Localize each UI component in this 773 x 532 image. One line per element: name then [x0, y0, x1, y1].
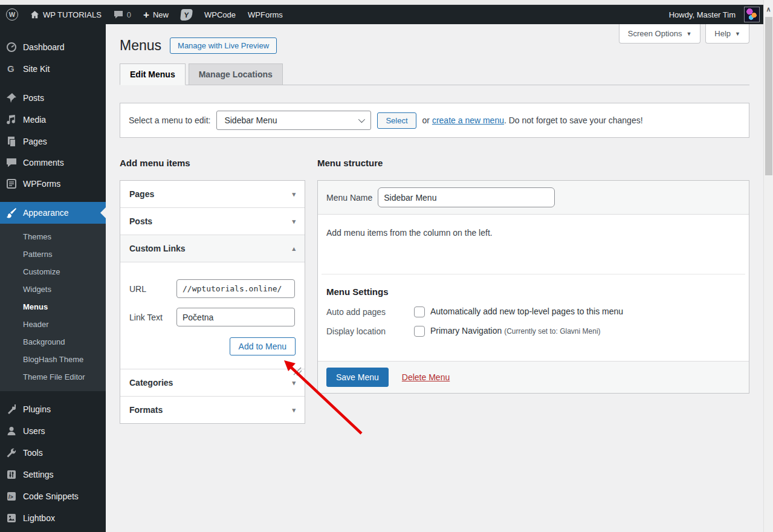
- save-menu-button[interactable]: Save Menu: [326, 368, 389, 387]
- image-icon: [6, 513, 17, 524]
- menu-select-dropdown[interactable]: Sidebar Menu: [216, 111, 371, 130]
- or-create-text: or create a new menu. Do not forget to s…: [422, 115, 643, 125]
- pages-icon: [6, 136, 17, 147]
- submenu-item-header[interactable]: Header: [0, 316, 106, 333]
- submenu-item-widgets[interactable]: Widgets: [0, 281, 106, 298]
- sidebar-item-users[interactable]: Users: [0, 420, 106, 442]
- sidebar-item-posts[interactable]: Posts: [0, 87, 106, 109]
- plus-icon: +: [143, 10, 149, 20]
- menu-actions-footer: Save Menu Delete Menu: [318, 361, 749, 393]
- sidebar-label: Plugins: [23, 404, 51, 414]
- comments-menu[interactable]: 0: [108, 5, 137, 24]
- tab-edit-menus[interactable]: Edit Menus: [120, 63, 186, 85]
- my-account-menu[interactable]: Howdy, Master Tim: [663, 5, 763, 24]
- caret-down-icon: ▾: [292, 379, 296, 387]
- admin-sidebar: Dashboard G Site Kit Posts Media Pages C…: [0, 24, 106, 532]
- submenu-item-background[interactable]: Background: [0, 333, 106, 351]
- add-menu-items-heading: Add menu items: [120, 154, 305, 173]
- pages-panel-toggle[interactable]: Pages ▾: [120, 181, 305, 207]
- screen-options-button[interactable]: Screen Options ▼: [619, 24, 701, 44]
- submenu-label: Patterns: [23, 250, 52, 259]
- sidebar-item-lightbox[interactable]: Lightbox: [0, 507, 106, 529]
- categories-panel-toggle[interactable]: Categories ▾: [120, 369, 305, 396]
- sidebar-item-media[interactable]: Media: [0, 109, 106, 131]
- posts-panel-toggle[interactable]: Posts ▾: [120, 208, 305, 235]
- help-button[interactable]: Help ▼: [705, 24, 749, 44]
- submenu-item-customize[interactable]: Customize: [0, 263, 106, 281]
- tab-manage-locations[interactable]: Manage Locations: [189, 63, 283, 85]
- select-button[interactable]: Select: [377, 112, 416, 129]
- link-text-input[interactable]: [176, 308, 295, 326]
- sidebar-item-wpforms[interactable]: WPForms: [0, 173, 106, 195]
- delete-menu-link[interactable]: Delete Menu: [402, 372, 450, 382]
- display-location-text: Primary Navigation (Currently set to: Gl…: [430, 326, 601, 336]
- home-icon: [30, 10, 39, 19]
- sidebar-item-comments[interactable]: Comments: [0, 152, 106, 173]
- primary-navigation-label: Primary Navigation: [430, 326, 502, 336]
- wpcode-label: WPCode: [204, 10, 236, 19]
- paintbrush-icon: [6, 207, 17, 218]
- custom-links-panel-toggle[interactable]: Custom Links ▴: [120, 235, 305, 262]
- menu-name-row: Menu Name: [318, 181, 749, 215]
- panel-label: Custom Links: [129, 244, 186, 253]
- sidebar-item-tools[interactable]: Tools: [0, 442, 106, 464]
- wordpress-logo-menu[interactable]: W: [0, 5, 24, 24]
- auto-add-pages-checkbox[interactable]: [414, 307, 425, 317]
- wpcode-menu[interactable]: WPCode: [198, 5, 242, 24]
- current-location-note: (Currently set to: Glavni Meni): [504, 327, 600, 336]
- sidebar-item-pages[interactable]: Pages: [0, 131, 106, 152]
- site-name-menu[interactable]: WP TUTORIALS: [24, 5, 108, 24]
- url-input[interactable]: [176, 279, 295, 298]
- submenu-item-bloghash-theme[interactable]: BlogHash Theme: [0, 351, 106, 368]
- submenu-item-theme-file-editor[interactable]: Theme File Editor: [0, 368, 106, 386]
- select-menu-label: Select a menu to edit:: [129, 115, 210, 125]
- wpforms-menu[interactable]: WPForms: [242, 5, 289, 24]
- menu-select-bar: Select a menu to edit: Sidebar Menu Sele…: [120, 103, 749, 138]
- formats-panel-toggle[interactable]: Formats ▾: [120, 397, 305, 423]
- display-location-checkbox[interactable]: [414, 326, 425, 337]
- resize-grip-icon[interactable]: [293, 366, 302, 376]
- menu-settings: Menu Settings Auto add pages Automatical…: [318, 274, 749, 361]
- admin-bar: W WP TUTORIALS 0 + New Y WPCode WPForms …: [0, 5, 763, 24]
- submenu-item-patterns[interactable]: Patterns: [0, 245, 106, 263]
- sidebar-label: Pages: [23, 137, 47, 146]
- panel-label: Pages: [129, 189, 154, 199]
- sidebar-item-plugins[interactable]: Plugins: [0, 398, 106, 420]
- menu-settings-heading: Menu Settings: [326, 287, 740, 297]
- sidebar-item-site-kit[interactable]: G Site Kit: [0, 58, 106, 80]
- new-content-menu[interactable]: + New: [137, 5, 175, 24]
- submenu-label: Widgets: [23, 285, 51, 294]
- submenu-item-themes[interactable]: Themes: [0, 228, 106, 245]
- add-to-menu-button[interactable]: Add to Menu: [230, 337, 296, 355]
- sidebar-item-settings[interactable]: Settings: [0, 464, 106, 485]
- scrollbar-thumb[interactable]: [765, 17, 772, 175]
- submenu-item-menus[interactable]: Menus: [0, 298, 106, 316]
- wpforms-label: WPForms: [248, 10, 283, 19]
- menu-structure-heading: Menu structure: [317, 154, 749, 173]
- empty-menu-message: Add menu items from the column on the le…: [326, 228, 740, 262]
- caret-down-icon: ▾: [292, 218, 296, 225]
- panel-label: Posts: [129, 216, 152, 226]
- plugin-icon: [6, 404, 17, 415]
- sliders-icon: [6, 469, 17, 480]
- manage-live-preview-button[interactable]: Manage with Live Preview: [170, 37, 277, 54]
- appearance-submenu: Themes Patterns Customize Widgets Menus …: [0, 224, 106, 391]
- sidebar-label: Site Kit: [23, 64, 50, 74]
- caret-down-icon: ▾: [292, 190, 296, 198]
- sidebar-item-appearance[interactable]: Appearance: [0, 202, 106, 224]
- user-icon: [6, 426, 17, 436]
- menu-name-input[interactable]: [378, 187, 555, 207]
- panel-label: Formats: [129, 405, 163, 415]
- create-new-menu-link[interactable]: create a new menu: [432, 115, 504, 125]
- wrench-icon: [6, 447, 17, 458]
- sidebar-label: WPForms: [23, 179, 60, 189]
- scrollbar-up-arrow-icon[interactable]: ∧: [764, 0, 773, 13]
- sidebar-item-code-snippets[interactable]: /> Code Snippets: [0, 485, 106, 507]
- caret-down-icon: ▼: [686, 31, 691, 37]
- page-scrollbar[interactable]: ∧: [763, 0, 773, 532]
- yoast-icon: Y: [180, 9, 193, 21]
- google-g-icon: G: [6, 63, 17, 74]
- sidebar-item-dashboard[interactable]: Dashboard: [0, 36, 106, 58]
- yoast-seo-menu[interactable]: Y: [175, 5, 198, 24]
- or-text: or: [422, 115, 430, 125]
